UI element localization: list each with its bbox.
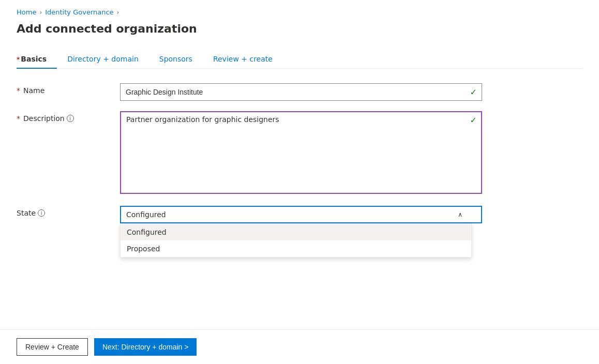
name-required-star: * (17, 86, 20, 95)
state-label: State i (17, 206, 120, 217)
basics-required-star: * (17, 56, 20, 63)
state-field-wrapper: Configured ∧ Configured Proposed (120, 206, 482, 223)
description-input[interactable]: Partner organization for graphic designe… (120, 111, 482, 194)
description-label: * Description i (17, 111, 120, 123)
page-title: Add connected organization (17, 22, 582, 35)
tab-directory-domain[interactable]: Directory + domain (67, 50, 149, 68)
tab-review-create[interactable]: Review + create (213, 50, 283, 68)
name-field-wrapper: ✓ (120, 83, 482, 101)
state-dropdown: Configured Proposed (120, 223, 472, 257)
review-create-button[interactable]: Review + Create (17, 338, 88, 356)
breadcrumb-sep-1: › (39, 9, 42, 16)
state-option-configured[interactable]: Configured (121, 224, 471, 240)
state-select[interactable]: Configured ∧ (120, 206, 482, 223)
state-selected-value: Configured (126, 210, 166, 219)
name-row: * Name ✓ (17, 83, 482, 101)
name-check-icon: ✓ (470, 87, 477, 97)
breadcrumb-identity-governance[interactable]: Identity Governance (45, 8, 113, 16)
breadcrumb-home[interactable]: Home (17, 8, 36, 16)
next-button[interactable]: Next: Directory + domain > (94, 338, 197, 356)
name-label: * Name (17, 83, 120, 95)
description-info-icon[interactable]: i (67, 115, 74, 122)
breadcrumb: Home › Identity Governance › (17, 8, 582, 16)
state-chevron-icon: ∧ (458, 211, 462, 218)
state-option-proposed[interactable]: Proposed (121, 240, 471, 257)
desc-required-star: * (17, 114, 20, 123)
description-row: * Description i Partner organization for… (17, 111, 482, 195)
main-content: Home › Identity Governance › Add connect… (0, 0, 599, 329)
footer: Review + Create Next: Directory + domain… (0, 329, 599, 364)
tab-sponsors[interactable]: Sponsors (159, 50, 203, 68)
breadcrumb-sep-2: › (117, 9, 119, 16)
state-select-wrapper: Configured ∧ Configured Proposed (120, 206, 482, 223)
state-info-icon[interactable]: i (38, 209, 45, 217)
state-row: State i Configured ∧ Configured Proposed (17, 206, 482, 223)
tab-basics[interactable]: *Basics (17, 50, 57, 68)
description-field-wrapper: Partner organization for graphic designe… (120, 111, 482, 195)
name-input[interactable] (120, 83, 482, 101)
tab-bar: *Basics Directory + domain Sponsors Revi… (17, 50, 582, 69)
form-section: * Name ✓ * Description i Partner organiz… (17, 83, 482, 223)
description-check-icon: ✓ (470, 115, 477, 125)
